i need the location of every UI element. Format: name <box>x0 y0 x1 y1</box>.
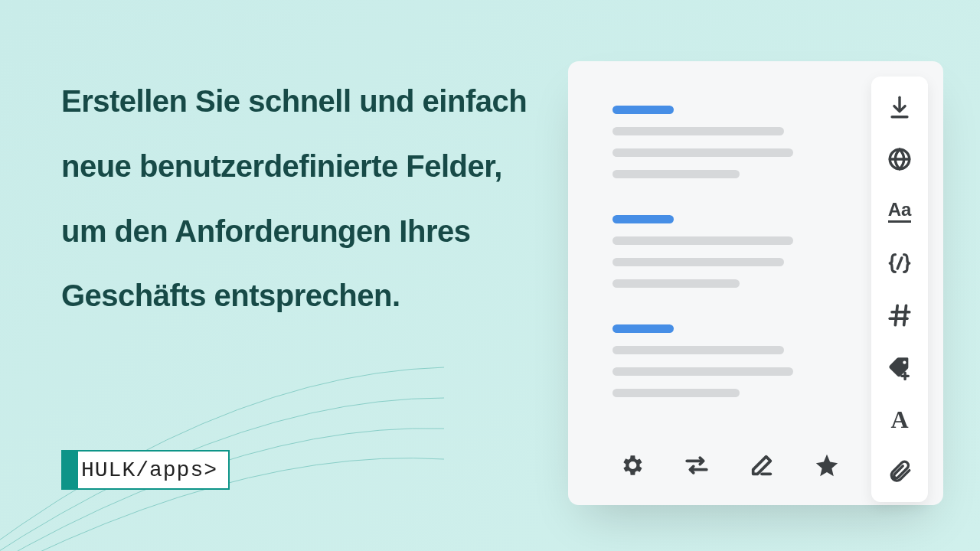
tag-add-icon[interactable] <box>884 352 915 383</box>
globe-icon[interactable] <box>884 144 915 174</box>
attachment-icon[interactable] <box>884 456 915 487</box>
field-title-placeholder <box>612 106 674 114</box>
side-toolbar: Aa A <box>871 77 928 502</box>
editor-card: Aa A <box>568 61 943 505</box>
field-title-placeholder <box>612 215 674 223</box>
text-line-placeholder <box>612 389 740 397</box>
document-preview <box>612 106 812 434</box>
brand-name: HULK/apps> <box>78 452 228 488</box>
text-line-placeholder <box>612 148 793 157</box>
hash-icon[interactable] <box>884 300 915 331</box>
brand-logo: HULK/apps> <box>61 450 230 490</box>
code-icon[interactable] <box>884 248 915 279</box>
text-line-placeholder <box>612 258 784 266</box>
text-line-placeholder <box>612 367 793 376</box>
field-title-placeholder <box>612 324 674 333</box>
font-icon[interactable]: A <box>884 404 915 435</box>
text-line-placeholder <box>612 346 784 354</box>
text-line-placeholder <box>612 279 740 288</box>
headline-text: Erstellen Sie schnell und einfach neue b… <box>61 69 544 328</box>
download-icon[interactable] <box>884 92 915 122</box>
text-line-placeholder <box>612 170 740 178</box>
star-icon[interactable] <box>812 450 842 481</box>
bottom-toolbar <box>599 441 859 490</box>
swap-icon[interactable] <box>681 450 712 481</box>
text-line-placeholder <box>612 236 793 245</box>
settings-icon[interactable] <box>616 450 647 481</box>
edit-icon[interactable] <box>746 450 777 481</box>
text-line-placeholder <box>612 127 784 135</box>
typography-icon[interactable]: Aa <box>884 196 915 227</box>
